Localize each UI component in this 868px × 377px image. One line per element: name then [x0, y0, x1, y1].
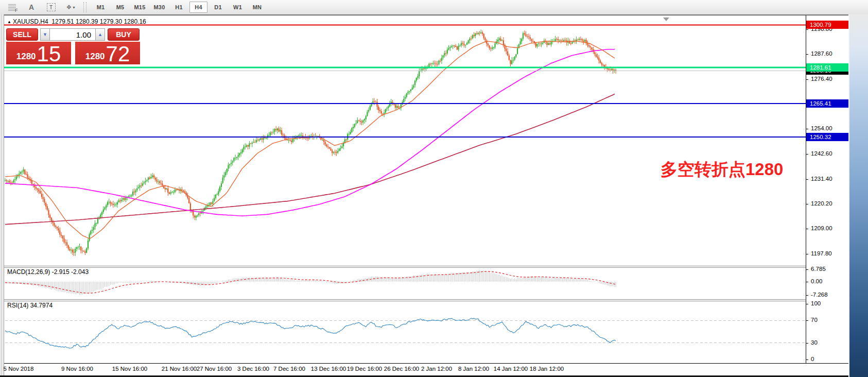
price-tick-label: 0 [811, 356, 814, 362]
symbol-timeframe-label: XAUUSD,H4 [13, 18, 48, 25]
axis-tick-mark [806, 304, 808, 304]
time-axis-label: 3 Dec 16:00 [237, 366, 269, 372]
buy-price-pips: 72 [106, 45, 130, 63]
tab-timeframe-H4[interactable]: H4 [189, 2, 207, 13]
diamonds-icon: ❖ [66, 4, 72, 11]
scroll-to-end-icon[interactable] [663, 18, 669, 21]
price-badge: 1281.61 [806, 63, 848, 72]
volume-decrease-button[interactable]: ▼ [40, 28, 50, 41]
price-tick-label: 1287.60 [811, 50, 832, 57]
text-box-icon[interactable]: T [45, 2, 57, 12]
time-axis-label: 7 Dec 16:00 [273, 366, 305, 372]
axis-tick-mark [806, 282, 808, 282]
price-tick-label: 1231.40 [811, 176, 832, 182]
time-axis-label: 13 Dec 16:00 [311, 366, 346, 372]
tab-timeframe-M30[interactable]: M30 [150, 2, 168, 13]
axis-tick-mark [806, 129, 808, 129]
tab-timeframe-M1[interactable]: M1 [92, 2, 110, 13]
chart-annotation: 多空转折点1280 [661, 158, 783, 181]
objects-icon[interactable]: ❖▾ [65, 2, 76, 12]
price-badge: 1265.41 [806, 99, 848, 108]
time-axis-label: 9 Nov 16:00 [61, 366, 93, 372]
chart-symbol-header: ▲XAUUSD,H4 1279.51 1280.39 1279.30 1280.… [7, 18, 146, 25]
axis-tick-mark [806, 79, 808, 80]
timeframe-toolbar: M1M5M15M30H1H4D1W1MN [92, 2, 266, 13]
chart-window[interactable]: ▲XAUUSD,H4 1279.51 1280.39 1279.30 1280.… [4, 15, 806, 364]
axis-tick-mark [806, 29, 808, 30]
time-axis-label: 18 Jan 12:00 [530, 366, 564, 372]
tab-timeframe-MN[interactable]: MN [248, 2, 266, 13]
buy-quote-panel[interactable]: 128072 [75, 42, 140, 64]
chevron-down-icon[interactable]: ▾ [73, 5, 75, 10]
price-tick-label: 1276.40 [811, 76, 832, 82]
time-axis-label: 15 Nov 16:00 [112, 366, 147, 372]
chart-canvas[interactable] [4, 15, 806, 363]
volume-increase-button[interactable]: ▲ [95, 28, 105, 41]
price-tick-label: 6.785 [811, 266, 826, 272]
text-label-icon[interactable]: A [26, 2, 37, 12]
price-tick-label: 1197.80 [811, 250, 832, 256]
symbol-arrow-icon: ▲ [7, 20, 11, 24]
axis-tick-mark [806, 254, 808, 254]
price-tick-label: 70 [811, 317, 818, 323]
price-tick-label: 1254.00 [811, 125, 832, 131]
letter-a-icon: A [29, 3, 34, 11]
sell-quote-panel[interactable]: 128015 [6, 42, 71, 64]
time-axis-label: 8 Jan 12:00 [458, 366, 489, 372]
ohlc-values: 1279.51 1280.39 1279.30 1280.16 [51, 18, 146, 25]
sell-price-big: 1280 [16, 52, 36, 61]
axis-tick-mark [806, 229, 808, 229]
time-axis[interactable]: 5 Nov 20189 Nov 16:0015 Nov 16:0021 Nov … [4, 364, 848, 375]
axis-tick-mark [806, 359, 808, 360]
window-left-border [0, 14, 4, 377]
price-tick-label: 0.00 [811, 278, 822, 284]
indicators-list-icon[interactable]: F [6, 2, 18, 12]
sell-price-pips: 15 [37, 45, 61, 63]
macd-indicator-label: MACD(12,26,9) -2.915 -2.043 [7, 268, 89, 276]
axis-tick-mark [806, 343, 808, 344]
price-tick-label: 1209.00 [811, 225, 832, 231]
toolbar-separator [83, 2, 86, 12]
axis-tick-mark [806, 295, 808, 296]
tab-timeframe-M15[interactable]: M15 [131, 2, 149, 13]
axis-tick-mark [806, 54, 808, 55]
time-axis-label: 19 Dec 16:00 [347, 366, 382, 372]
axis-tick-mark [806, 179, 808, 180]
rsi-indicator-label: RSI(14) 34.7974 [7, 302, 53, 309]
mt4-window: F A T ❖▾ M1M5M15M30H1H4D1W1MN ▲XAUUSD,H4… [0, 0, 868, 377]
buy-button[interactable]: BUY [108, 28, 140, 41]
tab-timeframe-H1[interactable]: H1 [170, 2, 188, 13]
axis-tick-mark [806, 154, 808, 155]
boxed-t-icon: T [47, 3, 56, 11]
price-badge: 1250.32 [806, 133, 848, 141]
price-axis[interactable]: 1298.801287.601276.401254.001242.601231.… [806, 15, 849, 364]
tab-timeframe-D1[interactable]: D1 [209, 2, 227, 13]
price-tick-label: 1220.20 [811, 200, 832, 207]
tab-timeframe-M5[interactable]: M5 [111, 2, 129, 13]
toolbar: F A T ❖▾ M1M5M15M30H1H4D1W1MN [0, 0, 868, 15]
window-right-border [848, 14, 868, 377]
price-tick-label: 100 [811, 300, 821, 306]
axis-tick-mark [806, 320, 808, 321]
axis-tick-mark [806, 269, 808, 270]
price-tick-label: -7.268 [811, 292, 828, 298]
volume-input[interactable] [50, 28, 95, 41]
sell-button[interactable]: SELL [6, 28, 38, 41]
tab-timeframe-W1[interactable]: W1 [229, 2, 247, 13]
time-axis-label: 21 Nov 16:00 [162, 366, 197, 372]
price-tick-label: 30 [811, 339, 818, 346]
toolbar-icon-group: F A T ❖▾ [0, 2, 76, 12]
price-badge: 1300.79 [806, 21, 848, 29]
time-axis-label: 27 Nov 16:00 [197, 366, 232, 372]
time-axis-label: 2 Jan 12:00 [421, 366, 452, 372]
time-axis-label: 14 Jan 12:00 [494, 366, 528, 372]
axis-tick-mark [806, 204, 808, 204]
time-axis-label: 5 Nov 2018 [4, 366, 34, 372]
sell-button-label: SELL [13, 30, 31, 39]
indicators-grid-icon: F [8, 4, 16, 11]
price-tick-label: 1242.60 [811, 150, 832, 157]
buy-button-label: BUY [116, 30, 131, 39]
buy-price-big: 1280 [85, 52, 105, 61]
time-axis-label: 26 Dec 16:00 [384, 366, 419, 372]
